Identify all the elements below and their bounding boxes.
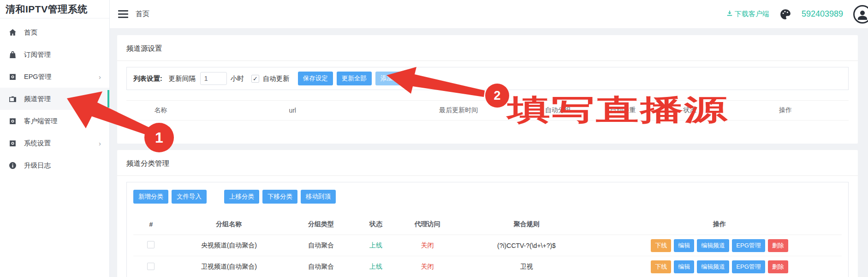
- app-title: 清和IPTV管理系统: [0, 0, 109, 18]
- list-settings-box: 列表设置: 更新间隔 小时 ✓ 自动更新 保存设定 更新全部 添加列表: [126, 67, 849, 90]
- download-icon: [726, 10, 733, 18]
- sidebar-item-epg[interactable]: EPG管理 ›: [0, 66, 109, 88]
- col-url: url: [195, 105, 390, 116]
- delete-button[interactable]: 删除: [768, 260, 788, 273]
- interval-unit-label: 小时: [231, 74, 244, 83]
- sidebar-item-label: 首页: [24, 28, 37, 37]
- col-status: 状态: [353, 218, 399, 230]
- channel-source-card: 频道源设置 列表设置: 更新间隔 小时 ✓ 自动更新 保存设定 更新全部 添加列…: [117, 35, 858, 144]
- gear-icon: [8, 72, 17, 81]
- col-rule: 聚合规则: [456, 218, 597, 230]
- home-icon: [8, 28, 17, 36]
- theme-palette-icon[interactable]: [779, 8, 791, 20]
- row-checkbox[interactable]: [147, 263, 155, 270]
- sidebar-item-client[interactable]: 客户端管理: [0, 110, 109, 132]
- list-settings-label: 列表设置:: [133, 74, 162, 83]
- col-proxy: 代理访问: [399, 218, 456, 230]
- aggregate-rule: (?i)CCTV-?(\d+\+?)$: [456, 240, 597, 251]
- proxy-link[interactable]: 关闭: [399, 261, 456, 273]
- col-name: 名称: [126, 104, 195, 116]
- status-link[interactable]: 上线: [353, 240, 399, 252]
- table-row: 央视频道(自动聚合) 自动聚合 上线 关闭 (?i)CCTV-?(\d+\+?)…: [133, 235, 842, 256]
- edit-button[interactable]: 编辑: [674, 260, 694, 273]
- move-up-button[interactable]: 上移分类: [224, 190, 259, 204]
- chevron-right-icon: ›: [99, 73, 101, 81]
- offline-button[interactable]: 下线: [651, 260, 671, 273]
- breadcrumb[interactable]: 首页: [136, 10, 149, 18]
- row-checkbox[interactable]: [147, 241, 155, 248]
- col-last-update: 最后更新时间: [390, 104, 528, 116]
- aggregate-rule: 卫视: [456, 261, 597, 273]
- sidebar-item-home[interactable]: 首页: [0, 21, 109, 43]
- gear-icon: [8, 139, 17, 147]
- channel-category-title: 频道分类管理: [126, 150, 849, 175]
- auto-update-label: 自动更新: [263, 74, 290, 83]
- group-type: 自动聚合: [289, 240, 353, 252]
- sidebar-item-label: 升级日志: [24, 161, 51, 170]
- add-category-button[interactable]: 新增分类: [133, 190, 168, 204]
- move-down-button[interactable]: 下移分类: [262, 190, 297, 204]
- edit-channels-button[interactable]: 编辑频道: [697, 239, 729, 252]
- offline-button[interactable]: 下线: [651, 239, 671, 252]
- category-table-header: # 分组名称 分组类型 状态 代理访问 聚合规则 操作: [133, 214, 842, 235]
- sidebar-item-label: 客户端管理: [24, 117, 58, 126]
- group-name: 央视频道(自动聚合): [169, 240, 289, 252]
- col-auto-group: 自动分组: [527, 104, 589, 116]
- file-import-button[interactable]: 文件导入: [172, 190, 207, 204]
- channel-category-card: 频道分类管理 新增分类 文件导入 上移分类 下移分类 移动到顶 # 分组名称 分…: [117, 150, 858, 277]
- tv-icon: [8, 95, 17, 103]
- table-row: 卫视频道(自动聚合) 自动聚合 上线 关闭 卫视 下线 编辑 编辑频道 EPG管…: [133, 256, 842, 277]
- save-settings-button[interactable]: 保存设定: [298, 72, 333, 85]
- col-group-type: 分组类型: [289, 218, 353, 230]
- col-group-name: 分组名称: [169, 218, 289, 230]
- sidebar-item-label: 系统设置: [24, 139, 51, 148]
- user-id[interactable]: 592403989: [802, 9, 843, 19]
- gear-icon: [8, 117, 17, 125]
- epg-manage-button[interactable]: EPG管理: [732, 260, 765, 273]
- sidebar-item-system[interactable]: 系统设置 ›: [0, 132, 109, 154]
- update-interval-input[interactable]: [200, 72, 227, 85]
- epg-manage-button[interactable]: EPG管理: [732, 239, 765, 252]
- sidebar-item-changelog[interactable]: 升级日志: [0, 154, 109, 176]
- col-actions: 操作: [722, 104, 849, 116]
- add-list-button[interactable]: 添加列表: [375, 72, 410, 85]
- edit-channels-button[interactable]: 编辑频道: [697, 260, 729, 273]
- update-interval-label: 更新间隔: [169, 74, 196, 83]
- col-status: 状态: [657, 104, 722, 116]
- sidebar-item-label: EPG管理: [24, 72, 52, 81]
- info-icon: [8, 161, 17, 169]
- topbar: 首页 下载客户端 592403989: [110, 0, 868, 29]
- category-toolbar: 新增分类 文件导入 上移分类 下移分类 移动到顶: [133, 186, 842, 205]
- sidebar-item-subscription[interactable]: 订阅管理: [0, 43, 109, 66]
- bag-icon: [8, 50, 17, 59]
- group-name: 卫视频道(自动聚合): [169, 261, 289, 273]
- chevron-right-icon: ›: [99, 139, 101, 147]
- move-top-button[interactable]: 移动到顶: [301, 190, 336, 204]
- status-link[interactable]: 上线: [353, 261, 399, 273]
- sidebar-item-label: 频道管理: [24, 95, 51, 103]
- main-content: 频道源设置 列表设置: 更新间隔 小时 ✓ 自动更新 保存设定 更新全部 添加列…: [110, 29, 868, 277]
- auto-update-checkbox[interactable]: ✓: [251, 75, 259, 83]
- col-index: #: [133, 219, 169, 230]
- sidebar-menu: 首页 订阅管理 EPG管理 › 频道管理 客户端管理: [0, 18, 109, 176]
- delete-button[interactable]: 删除: [768, 239, 788, 252]
- avatar[interactable]: [853, 5, 868, 24]
- menu-toggle-icon[interactable]: [118, 8, 128, 20]
- group-type: 自动聚合: [289, 261, 353, 273]
- proxy-link[interactable]: 关闭: [399, 240, 456, 252]
- edit-button[interactable]: 编辑: [674, 239, 694, 252]
- channel-source-table-header: 名称 url 最后更新时间 自动分组 自动去重 状态 操作: [126, 100, 849, 120]
- sidebar-item-channel[interactable]: 频道管理: [0, 88, 109, 110]
- sidebar: 清和IPTV管理系统 首页 订阅管理 EPG管理 › 频道管理: [0, 0, 110, 277]
- update-all-button[interactable]: 更新全部: [337, 72, 372, 85]
- channel-source-title: 频道源设置: [126, 35, 849, 60]
- sidebar-item-label: 订阅管理: [24, 50, 51, 59]
- col-auto-dedup: 自动去重: [589, 104, 657, 116]
- category-box: 新增分类 文件导入 上移分类 下移分类 移动到顶 # 分组名称 分组类型 状态 …: [126, 182, 849, 277]
- col-actions: 操作: [597, 218, 842, 230]
- download-client-link[interactable]: 下载客户端: [726, 10, 769, 18]
